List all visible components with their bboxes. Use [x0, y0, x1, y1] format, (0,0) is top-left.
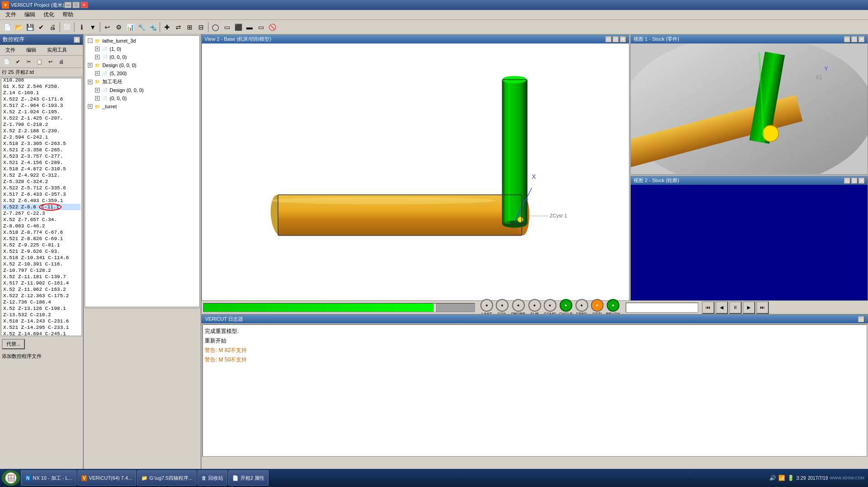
nc-menu-tools[interactable]: 实用工具 [43, 46, 71, 54]
nc-code-line[interactable]: X.52 Z-13.126 C-198.1 [2, 305, 81, 312]
play-skip-forward[interactable]: ⏭ [756, 301, 769, 314]
nc-code-line[interactable]: X.521 Z-3.358 C-265. [2, 147, 81, 153]
nc-code-line[interactable]: X.52 Z-7.657 C-34. [2, 217, 81, 223]
nc-code-line[interactable]: X.518 Z-8.774 C-67.6 [2, 229, 81, 236]
nc-code-line[interactable]: X10.206 [2, 78, 81, 83]
nc-code-area[interactable]: G0 Z1.791 C-147.9G98 X25.229 S0 M13X10.2… [1, 78, 82, 336]
nc-code-line[interactable]: Z-12.736 C-186.4 [2, 299, 81, 305]
tb-layout1[interactable]: ⬛ [233, 22, 244, 33]
nc-code-line[interactable]: Z-10.797 C-128.2 [2, 267, 81, 274]
tree-item[interactable]: -📁lathe_turret_3d [86, 37, 198, 45]
tb-check[interactable]: ✔ [36, 22, 47, 33]
nc-code-line[interactable]: X.521 Z-14.295 C-233.1 [2, 324, 81, 331]
log-minimize[interactable]: — [858, 316, 864, 323]
maximize-button[interactable]: □ [72, 2, 80, 8]
tb-stop[interactable]: 🚫 [267, 22, 278, 33]
nc-code-line[interactable]: X.52 Z-4.922 C-312. [2, 172, 81, 178]
view-rb-max[interactable]: □ [851, 178, 858, 184]
view-rt-content[interactable]: Y X1 [631, 43, 868, 174]
view-rt-controls[interactable]: — □ ✕ [844, 36, 865, 43]
nc-btn-1[interactable]: 📄 [2, 57, 12, 67]
view-rb-min[interactable]: — [844, 178, 850, 184]
tree-item[interactable]: +📄(0, 0, 0) [86, 53, 198, 61]
tb-shrink[interactable]: ⊟ [196, 22, 206, 33]
log-controls[interactable]: — [858, 316, 864, 323]
tree-item[interactable]: +📁加工毛坯 [86, 77, 198, 86]
tree-item[interactable]: +📄Design (0, 0, 0) [86, 86, 198, 94]
tb-layout3[interactable]: ▭ [255, 22, 266, 33]
nc-code-line[interactable]: X.521 Z-9.626 C-93. [2, 248, 81, 255]
tb-tool2[interactable]: 🔩 [147, 22, 158, 33]
nc-code-line[interactable]: X.52 Z-1.024 C-195. [2, 109, 81, 115]
view-main-max[interactable]: □ [613, 36, 619, 43]
nc-code-line[interactable]: G1 X.52 Z.546 F250. [2, 83, 81, 90]
tree-item[interactable]: +📄(5, 200) [86, 69, 198, 77]
tree-content[interactable]: -📁lathe_turret_3d+📄(1, 0)+📄(0, 0, 0)+📁De… [85, 35, 200, 307]
play-pause[interactable]: ⏸ [729, 301, 742, 314]
log-content[interactable]: 完成重置模型.重新开始警告: M 82不支持警告: M 50不支持 [202, 324, 867, 457]
nc-code-line[interactable]: X.52 Z-2.188 C-230. [2, 128, 81, 134]
nc-code-line[interactable]: Z-8.063 C-46.2 [2, 223, 81, 229]
nc-btn-6[interactable]: 🖨 [56, 57, 66, 67]
view-main-min[interactable]: — [605, 36, 612, 43]
nc-substitute-button[interactable]: 代替... [2, 339, 25, 349]
view-rb-close[interactable]: ✕ [858, 178, 865, 184]
tb-expand[interactable]: ⊞ [184, 22, 195, 33]
progress-bar[interactable] [203, 303, 475, 312]
nc-code-line[interactable]: X.518 Z-10.341 C-114.6 [2, 255, 81, 261]
view-rt-min[interactable]: — [844, 36, 850, 43]
view-main-content[interactable]: X ZCysr 1 [202, 43, 629, 323]
nc-menu-file[interactable]: 文件 [2, 46, 19, 54]
tb-save[interactable]: 💾 [24, 22, 35, 33]
tree-expand-icon[interactable]: + [95, 96, 100, 101]
speed-input[interactable] [626, 303, 698, 313]
nc-code-line[interactable]: X.521 Z-8.826 C-69.1 [2, 236, 81, 242]
nc-code-line[interactable]: X.52 Z-11.962 C-163.2 [2, 286, 81, 293]
tb-arrows[interactable]: ⇄ [173, 22, 184, 33]
tree-expand-icon[interactable]: + [95, 71, 100, 76]
coil-button[interactable]: ● [496, 299, 508, 312]
menu-optimize[interactable]: 优化 [40, 10, 58, 19]
nc-code-line[interactable]: Z.14 C-160.1 [2, 90, 81, 96]
tb-layout2[interactable]: ▬ [244, 22, 255, 33]
tb-settings[interactable]: ⚙ [113, 22, 124, 33]
tree-item[interactable]: +📄(1, 0) [86, 45, 198, 53]
tree-expand-icon[interactable]: + [88, 63, 92, 68]
tb-new[interactable]: 📄 [2, 22, 13, 33]
nc-code-line[interactable]: X.522 Z-6.8 C-11.1 [2, 204, 81, 210]
tb-print[interactable]: 🖨 [47, 22, 58, 33]
tree-item[interactable]: +📁Design (0, 0, 0) [86, 61, 198, 69]
nc-code-line[interactable]: X.52 Z-10.391 C-116. [2, 261, 81, 267]
nc-code-line[interactable]: X.517 Z-.964 C-193.3 [2, 102, 81, 109]
play-forward[interactable]: ▶ [743, 301, 755, 314]
sub-button[interactable]: ● [528, 299, 541, 312]
nc-code-line[interactable]: X.52 Z-14.694 C-245.1 [2, 331, 81, 336]
view-rt-max[interactable]: □ [851, 36, 858, 43]
nc-code-line[interactable]: X.517 Z-11.902 C-161.4 [2, 280, 81, 286]
nc-code-line[interactable]: X.522 Z-5.712 C-335.6 [2, 185, 81, 191]
tree-expand-icon[interactable]: + [88, 80, 92, 84]
nc-code-line[interactable]: X.522 Z-1.425 C-207. [2, 115, 81, 121]
comp-button[interactable]: ● [544, 299, 556, 312]
tb-chart[interactable]: 📊 [125, 22, 135, 33]
view-rt-close[interactable]: ✕ [858, 36, 865, 43]
nc-code-line[interactable]: X.521 Z-4.156 C-289. [2, 159, 81, 166]
nc-code-line[interactable]: X.522 Z-12.363 C-175.2 [2, 293, 81, 299]
nc-code-line[interactable]: X.52 Z-11.181 C-139.7 [2, 274, 81, 280]
nc-code-line[interactable]: Z-2.594 C-242.1 [2, 134, 81, 140]
tb-tool1[interactable]: 🔧 [136, 22, 147, 33]
nc-code-line[interactable]: Z-7.267 C-22.3 [2, 210, 81, 217]
play-skip-back[interactable]: ⏮ [702, 301, 715, 314]
tree-expand-icon[interactable]: + [95, 88, 100, 92]
taskbar-item-recycle[interactable]: 🗑 回收站 [197, 470, 227, 486]
tree-item[interactable]: +📄(0, 0, 0) [86, 94, 198, 102]
nc-btn-4[interactable]: 📋 [34, 57, 44, 67]
nc-code-line[interactable]: X.52 Z-9.225 C-81.1 [2, 242, 81, 248]
close-button[interactable]: ✕ [81, 2, 88, 8]
tb-circle[interactable]: ◯ [210, 22, 221, 33]
tree-expand-icon[interactable]: + [95, 55, 100, 59]
view-main-controls[interactable]: — □ ✕ [605, 36, 626, 43]
taskbar-item-vericut[interactable]: V VERICUT(64) 7.4... [77, 470, 136, 486]
tb-square[interactable]: ⬜ [62, 22, 72, 33]
cycle-button[interactable]: ● [560, 299, 572, 312]
